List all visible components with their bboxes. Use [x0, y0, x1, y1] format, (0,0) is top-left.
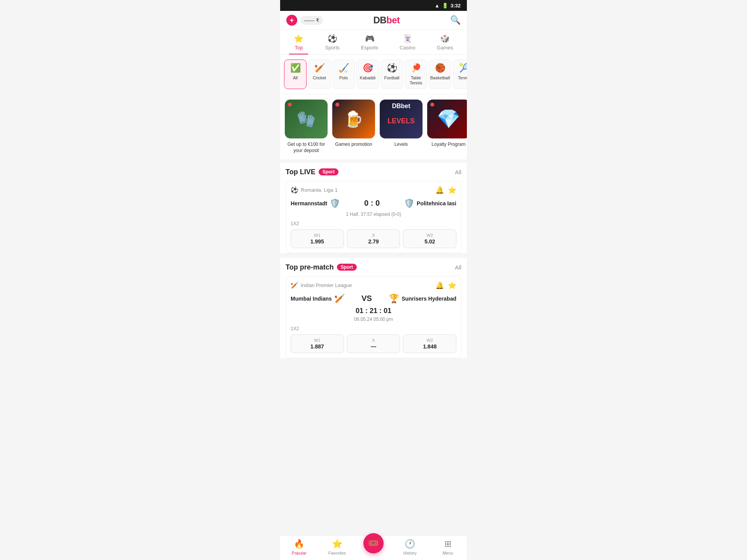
prematch-odd-w2-key: W2	[426, 338, 433, 343]
battery-icon: 🔋	[442, 3, 448, 9]
prematch-odd-w1-key: W1	[314, 338, 321, 343]
status-bar: ▲ 🔋 3:32	[280, 0, 467, 11]
team2: 🛡️ Politehnica Iasi	[404, 198, 456, 208]
tennis-label: Tennis	[458, 75, 467, 80]
prematch-odds-label: 1X2	[291, 326, 456, 331]
sport-all[interactable]: ✅ All	[284, 60, 307, 89]
sport-football[interactable]: ⚽ Football	[381, 60, 403, 89]
live-score: 0 : 0	[364, 199, 380, 208]
team2-name: Politehnica Iasi	[417, 200, 456, 206]
match-actions: 🔔 ⭐	[435, 186, 456, 194]
promo-loyalty-dot	[430, 103, 434, 107]
top-prematch-text: Top pre-match	[286, 263, 334, 271]
balance-amount: ——	[304, 18, 314, 23]
sport-tabletennis[interactable]: 🏓 Table Tennis	[405, 60, 427, 89]
search-button[interactable]: 🔍	[450, 15, 461, 25]
balance-chip: —— ₹	[300, 16, 323, 25]
odd-x-key: X	[372, 233, 375, 238]
promo-games-img: 🍺	[332, 100, 375, 138]
tab-esports-label: Esports	[361, 45, 378, 51]
prematch-odd-w1-val: 1.887	[310, 343, 324, 350]
sport-kabaddi[interactable]: 🎯 Kabaddi	[356, 60, 379, 89]
games-icon: 🎲	[440, 34, 450, 43]
sports-icon: ⚽	[328, 34, 337, 43]
sport-basketball[interactable]: 🏀 Basketball	[429, 60, 451, 89]
odd-w2-val: 5.02	[424, 238, 435, 245]
top-prematch-section: Top pre-match Sport All 🏏 Indian Premier…	[280, 258, 467, 358]
prematch-odd-x-val: —	[371, 343, 376, 350]
sport-tennis[interactable]: 🎾 Tennis	[453, 60, 467, 89]
logo-bet: bet	[386, 15, 400, 25]
tab-games-label: Games	[437, 45, 453, 51]
odd-w1[interactable]: W1 1.995	[291, 229, 344, 248]
prematch-bell-button[interactable]: 🔔	[435, 281, 444, 290]
tab-top-label: Top	[295, 45, 303, 51]
tab-sports[interactable]: ⚽ Sports	[320, 30, 344, 54]
polo-label: Polo	[339, 75, 348, 80]
live-match-league: ⚽ Romania. Liga 1 🔔 ⭐	[291, 186, 456, 194]
tab-casino[interactable]: 🃏 Casino	[395, 30, 420, 54]
top-live-all-button[interactable]: All	[455, 169, 461, 175]
cricket-label: Cricket	[313, 75, 326, 80]
odd-w2[interactable]: W2 5.02	[403, 229, 456, 248]
polo-icon: 🏑	[338, 63, 349, 73]
live-match-teams: Hermannstadt 🛡️ 0 : 0 🛡️ Politehnica Ias…	[291, 198, 456, 208]
kabaddi-label: Kabaddi	[360, 75, 375, 80]
tab-esports[interactable]: 🎮 Esports	[356, 30, 383, 54]
promo-loyalty-img: 💎	[427, 100, 467, 138]
prematch-odd-x[interactable]: X —	[347, 334, 400, 353]
kabaddi-icon: 🎯	[363, 63, 373, 73]
prematch-league: 🏏 Indian Premier League 🔔 ⭐	[291, 281, 456, 290]
top-live-title: Top LIVE Sport	[286, 168, 338, 176]
bell-button[interactable]: 🔔	[435, 186, 444, 194]
prematch-team2-name: Sunrisers Hyderabad	[402, 296, 456, 302]
odds-section-label: 1X2	[291, 221, 456, 226]
add-button[interactable]: +	[286, 15, 297, 26]
tabletennis-icon: 🏓	[411, 63, 421, 73]
top-prematch-header: Top pre-match Sport All	[286, 263, 461, 271]
header: + —— ₹ DBbet 🔍	[280, 11, 467, 30]
top-live-section: Top LIVE Sport All ⚽ Romania. Liga 1 🔔 ⭐…	[280, 163, 467, 253]
odd-x[interactable]: X 2.79	[347, 229, 400, 248]
league-icon: ⚽	[291, 186, 298, 194]
team2-logo: 🛡️	[404, 198, 414, 208]
prematch-countdown: 01 : 21 : 01	[291, 307, 456, 315]
cricket-icon: 🏏	[314, 63, 325, 73]
basketball-icon: 🏀	[435, 63, 445, 73]
promo-games[interactable]: 🍺 Games promotion	[332, 100, 375, 154]
prematch-odd-w2[interactable]: W2 1.848	[403, 334, 456, 353]
promo-loyalty[interactable]: 💎 Loyalty Program	[427, 100, 467, 154]
prematch-team2: 🏆 Sunrisers Hyderabad	[389, 294, 456, 304]
team1: Hermannstadt 🛡️	[291, 198, 340, 208]
promo-deposit[interactable]: 🧤 Get up to €100 for your deposit	[285, 100, 328, 154]
promo-deposit-img: 🧤	[285, 100, 328, 138]
prematch-odds-row: W1 1.887 X — W2 1.848	[291, 334, 456, 353]
tab-top[interactable]: ⭐ Top	[289, 30, 308, 54]
sport-polo[interactable]: 🏑 Polo	[332, 60, 355, 89]
prematch-odd-w2-val: 1.848	[423, 343, 437, 350]
top-prematch-title: Top pre-match Sport	[286, 263, 357, 271]
prematch-card: 🏏 Indian Premier League 🔔 ⭐ Mumbai India…	[286, 276, 461, 358]
odd-w2-key: W2	[426, 233, 433, 238]
promo-levels-img: DBbet LEVELS	[380, 100, 423, 138]
prematch-league-icon: 🏏	[291, 282, 298, 289]
team1-logo: 🛡️	[330, 198, 340, 208]
team1-name: Hermannstadt	[291, 200, 327, 206]
prematch-vs: VS	[361, 294, 372, 303]
prematch-star-button[interactable]: ⭐	[448, 281, 456, 290]
prematch-odd-w1[interactable]: W1 1.887	[291, 334, 344, 353]
promo-levels[interactable]: DBbet LEVELS Levels	[380, 100, 423, 154]
promo-dot	[288, 103, 292, 107]
tab-games[interactable]: 🎲 Games	[432, 30, 458, 54]
top-icon: ⭐	[294, 34, 303, 43]
wifi-icon: ▲	[435, 3, 440, 9]
sport-cricket[interactable]: 🏏 Cricket	[308, 60, 331, 89]
prematch-date: 06.05.24 05:00 pm	[291, 317, 456, 322]
tennis-icon: 🎾	[459, 63, 467, 73]
all-icon: ✅	[290, 63, 301, 73]
top-live-badge: Sport	[319, 168, 338, 175]
star-button[interactable]: ⭐	[448, 186, 456, 194]
top-prematch-all-button[interactable]: All	[455, 264, 461, 271]
prematch-league-info: 🏏 Indian Premier League	[291, 282, 352, 289]
time: 3:32	[451, 3, 461, 9]
